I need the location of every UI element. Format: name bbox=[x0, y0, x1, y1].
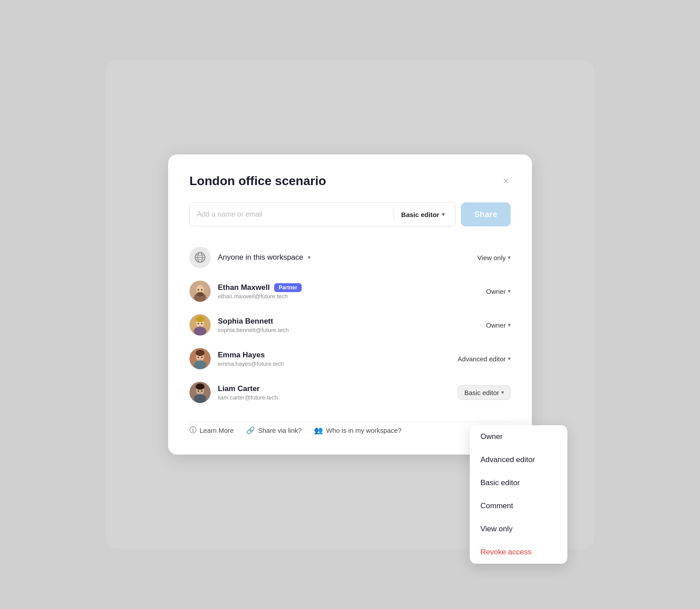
svg-point-9 bbox=[198, 289, 199, 291]
person-info: Sophia Bennett sophia.bennett@future.tec… bbox=[218, 317, 289, 333]
person-name-row: Anyone in this workspace ▾ bbox=[218, 253, 311, 262]
person-left: Emma Hayes emma.hayes@future.tech bbox=[189, 348, 284, 369]
person-info: Liam Carter liam.carter@future.tech bbox=[218, 384, 278, 401]
role-dropdown-menu: Owner Advanced editor Basic editor Comme… bbox=[470, 425, 567, 564]
view-only-role-button[interactable]: View only ▾ bbox=[477, 254, 511, 261]
modal-header: London office scenario × bbox=[189, 174, 511, 188]
person-email: liam.carter@future.tech bbox=[218, 394, 278, 401]
person-info: Anyone in this workspace ▾ bbox=[218, 253, 311, 262]
chevron-down-icon: ▾ bbox=[508, 356, 511, 362]
footer-links: ⓘ Learn More 🔗 Share via link? 👥 Who is … bbox=[189, 422, 511, 435]
globe-avatar bbox=[189, 247, 211, 268]
chevron-down-icon: ▾ bbox=[308, 254, 311, 261]
link-icon: 🔗 bbox=[246, 426, 255, 435]
svg-point-13 bbox=[194, 327, 206, 336]
svg-point-20 bbox=[196, 350, 204, 356]
avatar bbox=[189, 281, 211, 302]
person-name-row: Ethan Maxwell Partner bbox=[218, 283, 302, 292]
svg-point-10 bbox=[201, 289, 203, 291]
svg-point-27 bbox=[198, 390, 199, 392]
workspace-name: Anyone in this workspace bbox=[218, 253, 303, 262]
person-info: Emma Hayes emma.hayes@future.tech bbox=[218, 351, 284, 367]
svg-point-25 bbox=[194, 394, 206, 403]
person-email: ethan.maxwell@future.tech bbox=[218, 293, 302, 300]
chevron-down-icon: ▾ bbox=[501, 389, 504, 395]
svg-point-22 bbox=[201, 356, 203, 358]
table-row: Sophia Bennett sophia.bennett@future.tec… bbox=[189, 308, 511, 342]
partner-badge: Partner bbox=[274, 283, 302, 292]
role-selector-button[interactable]: Basic editor ▾ bbox=[397, 211, 448, 218]
person-left: Sophia Bennett sophia.bennett@future.tec… bbox=[189, 314, 289, 336]
table-row: Emma Hayes emma.hayes@future.tech Advanc… bbox=[189, 342, 511, 376]
chevron-down-icon: ▾ bbox=[508, 322, 511, 328]
name-email-input[interactable] bbox=[197, 210, 390, 218]
person-left: Anyone in this workspace ▾ bbox=[189, 247, 311, 268]
person-info: Ethan Maxwell Partner ethan.maxwell@futu… bbox=[218, 283, 302, 300]
person-name: Ethan Maxwell bbox=[218, 283, 270, 292]
close-button[interactable]: × bbox=[501, 174, 511, 188]
people-list: Anyone in this workspace ▾ View only ▾ bbox=[189, 241, 511, 409]
person-email: sophia.bennett@future.tech bbox=[218, 327, 289, 333]
share-button[interactable]: Share bbox=[461, 202, 511, 226]
svg-point-15 bbox=[198, 323, 199, 324]
person-name: Sophia Bennett bbox=[218, 317, 273, 326]
person-left: Ethan Maxwell Partner ethan.maxwell@futu… bbox=[189, 281, 302, 302]
svg-point-26 bbox=[196, 384, 204, 390]
info-icon: ⓘ bbox=[189, 426, 197, 435]
chevron-down-icon: ▾ bbox=[508, 254, 511, 261]
workspace-info-link[interactable]: 👥 Who is in my workspace? bbox=[314, 426, 401, 435]
svg-point-28 bbox=[201, 390, 203, 392]
person-name-row: Liam Carter bbox=[218, 384, 278, 393]
table-row: Anyone in this workspace ▾ View only ▾ bbox=[189, 241, 511, 274]
page-background: London office scenario × Basic editor ▾ … bbox=[106, 60, 594, 549]
chevron-down-icon: ▾ bbox=[508, 288, 511, 294]
dropdown-item-revoke-access[interactable]: Revoke access bbox=[470, 541, 567, 564]
avatar bbox=[189, 348, 211, 369]
avatar bbox=[189, 382, 211, 403]
modal-title: London office scenario bbox=[189, 174, 326, 188]
person-name-row: Emma Hayes bbox=[218, 351, 284, 360]
person-left: Liam Carter liam.carter@future.tech bbox=[189, 382, 278, 403]
learn-more-link[interactable]: ⓘ Learn More bbox=[189, 426, 234, 435]
svg-point-16 bbox=[201, 323, 203, 324]
share-modal: London office scenario × Basic editor ▾ … bbox=[168, 154, 532, 455]
avatar bbox=[189, 314, 211, 336]
dropdown-item-basic-editor[interactable]: Basic editor bbox=[470, 471, 567, 494]
people-icon: 👥 bbox=[314, 426, 323, 435]
person-name-row: Sophia Bennett bbox=[218, 317, 289, 326]
share-via-link-button[interactable]: 🔗 Share via link? bbox=[246, 426, 302, 435]
input-divider bbox=[393, 208, 394, 221]
owner-role-button[interactable]: Owner ▾ bbox=[486, 321, 511, 329]
chevron-down-icon: ▾ bbox=[442, 211, 444, 218]
person-email: emma.hayes@future.tech bbox=[218, 360, 284, 367]
person-name: Liam Carter bbox=[218, 384, 260, 393]
dropdown-item-comment[interactable]: Comment bbox=[470, 494, 567, 518]
dropdown-item-advanced-editor[interactable]: Advanced editor bbox=[470, 448, 567, 471]
svg-point-21 bbox=[198, 356, 199, 358]
owner-role-button[interactable]: Owner ▾ bbox=[486, 288, 511, 295]
basic-editor-role-button[interactable]: Basic editor ▾ bbox=[458, 385, 511, 400]
share-row: Basic editor ▾ Share bbox=[189, 202, 511, 226]
person-name: Emma Hayes bbox=[218, 351, 265, 360]
share-input-wrap: Basic editor ▾ bbox=[189, 202, 456, 226]
advanced-editor-role-button[interactable]: Advanced editor ▾ bbox=[458, 355, 511, 363]
table-row: Ethan Maxwell Partner ethan.maxwell@futu… bbox=[189, 274, 511, 308]
dropdown-item-owner[interactable]: Owner bbox=[470, 425, 567, 448]
table-row: Liam Carter liam.carter@future.tech Basi… bbox=[189, 376, 511, 409]
svg-point-19 bbox=[194, 360, 206, 369]
dropdown-item-view-only[interactable]: View only bbox=[470, 518, 567, 541]
svg-point-14 bbox=[196, 316, 204, 322]
